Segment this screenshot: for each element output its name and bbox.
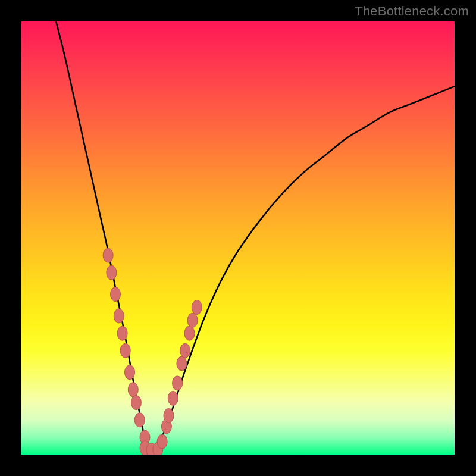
curve-marker <box>131 396 141 410</box>
curve-marker <box>192 300 202 315</box>
curve-marker <box>157 434 167 449</box>
watermark-text: TheBottleneck.com <box>355 4 469 19</box>
curve-marker <box>134 413 145 427</box>
markers-layer <box>103 248 202 455</box>
curve-marker <box>107 265 117 280</box>
curve-marker <box>177 356 187 371</box>
bottleneck-curve <box>56 21 455 450</box>
curve-marker <box>128 383 138 397</box>
curve-marker <box>187 313 198 327</box>
curve-marker <box>117 326 127 340</box>
curve-marker <box>114 309 124 323</box>
curve-marker <box>125 365 135 380</box>
curve-marker <box>164 409 174 423</box>
curve-marker <box>180 343 190 358</box>
curve-marker <box>103 248 113 262</box>
plot-area <box>21 21 455 455</box>
curve-marker <box>120 343 130 358</box>
curve-marker <box>184 326 195 340</box>
chart-svg <box>21 21 455 455</box>
chart-frame: TheBottleneck.com <box>0 0 476 476</box>
curve-marker <box>173 376 183 390</box>
curve-marker <box>168 391 178 405</box>
curve-layer <box>56 21 455 450</box>
curve-marker <box>111 287 121 302</box>
